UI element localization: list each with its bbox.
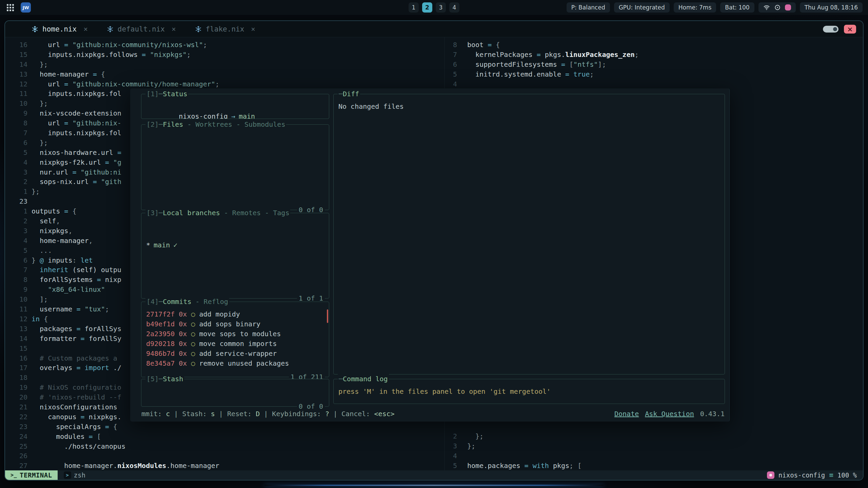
lazygit-branches-panel[interactable]: [3]─Local branches - Remotes - Tags *mai… [141, 213, 329, 299]
repo-name: nixos-config [778, 471, 825, 479]
line-number: 7 [5, 128, 27, 138]
topbar-right: P: BalancedGPU: IntegratedHome: 7msBat: … [567, 2, 863, 13]
code-text: specialArgs = { [32, 422, 117, 432]
topbar: JW 1234 P: BalancedGPU: IntegratedHome: … [0, 0, 868, 15]
tab-flake.nix[interactable]: flake.nix× [195, 21, 255, 37]
logo-badge[interactable]: JW [21, 2, 31, 13]
commit-row[interactable]: b49ef1d0x○add sops binary [146, 319, 325, 329]
statusline-right: nixos-config ≡ 100 % [767, 471, 863, 479]
tab-close-icon[interactable]: × [172, 25, 176, 33]
lazygit-stash-panel[interactable]: [5]─Stash 0 of 0 [141, 379, 329, 407]
line-number: 11 [5, 304, 27, 314]
line-number: 25 [5, 442, 27, 451]
line-number: 13 [5, 69, 27, 79]
code-text: kernelPackages = pkgs.linuxPackages_zen; [467, 50, 639, 60]
line-number: 4 [5, 236, 27, 246]
tab-close-icon[interactable]: × [83, 25, 88, 33]
statusline: >_ TERMINAL > zsh nixos-config ≡ 100 % [5, 470, 863, 480]
lazygit-command-log-panel[interactable]: ─Command log press 'M' in the files pane… [333, 379, 725, 404]
line-number: 3 [5, 226, 27, 236]
line-number: 22 [5, 412, 27, 422]
mode-label: TERMINAL [20, 471, 52, 479]
clock[interactable]: Thu Aug 08, 18:16 [800, 2, 863, 13]
tab-label: default.nix [118, 25, 165, 33]
line-number: 23 [5, 422, 27, 432]
lazygit-left-column: [1]─Status nixos-config→main [2]─Files -… [141, 94, 329, 422]
code-line: 14 }; [5, 60, 444, 69]
code-line: 13 home-manager = { [5, 69, 444, 79]
code-text: inherit (self) outpu [32, 265, 121, 275]
line-number: 21 [5, 402, 27, 412]
line-number: 15 [5, 344, 27, 353]
workspace-button-4[interactable]: 4 [449, 2, 459, 13]
code-text: inputs.nixpkgs.fol [32, 89, 121, 99]
panel-title: [5]─Stash [145, 374, 184, 384]
code-text: # Custom packages a [32, 353, 117, 363]
line-number: 7 [445, 50, 457, 60]
line-number: 10 [5, 99, 27, 108]
code-text: home.packages = with pkgs; [ [467, 461, 581, 470]
branch-row[interactable]: *main✓ [146, 240, 325, 250]
code-text: nixos-hardware.url = [32, 148, 121, 158]
lazygit-files-panel[interactable]: [2]─Files - Worktrees - Submodules 0 of … [141, 124, 329, 210]
line-number: 16 [5, 40, 27, 50]
line-number: 8 [5, 118, 27, 128]
code-text: # 'nixos-rebuild --f [32, 392, 121, 402]
line-number: 5 [5, 246, 27, 256]
commit-row[interactable]: d9202180x○move common imports [146, 339, 325, 349]
line-number: 12 [5, 79, 27, 89]
code-text: home-manager = { [32, 69, 105, 79]
status-module: P: Balanced [567, 2, 610, 13]
lazygit-commits-panel[interactable]: [4]─Commits - Reflog 2717f2f0x○add mopid… [141, 302, 329, 377]
network-icon [763, 4, 770, 11]
wallpaper-glow [264, 485, 604, 486]
repo-label: nixos-config [179, 112, 228, 119]
apps-icon[interactable] [5, 3, 15, 13]
nix-snowflake-icon [107, 26, 114, 33]
line-number: 13 [5, 324, 27, 334]
commits-scrollbar[interactable] [327, 309, 328, 323]
workspace-button-2[interactable]: 2 [422, 2, 432, 13]
code-text: url = "github:nix-community/home-manager… [32, 79, 219, 89]
code-text: ]; [32, 294, 48, 304]
line-number: 4 [445, 79, 457, 89]
lazygit-diff-panel[interactable]: ─Diff No changed files [333, 94, 725, 374]
panel-title: [3]─Local branches - Remotes - Tags [145, 208, 290, 218]
commit-row[interactable]: 2717f2f0x○add mopidy [146, 309, 325, 319]
commit-row[interactable]: 2a239500x○move sops to modules [146, 329, 325, 339]
record-icon [785, 4, 791, 11]
line-number: 5 [445, 69, 457, 79]
files-content [141, 125, 329, 210]
tab-home.nix[interactable]: home.nix× [32, 21, 88, 37]
workspace-button-3[interactable]: 3 [436, 2, 446, 13]
code-text: }; [32, 60, 48, 69]
tab-default.nix[interactable]: default.nix× [107, 21, 176, 37]
code-text: boot = { [467, 40, 500, 50]
commits-list: 2717f2f0x○add mopidyb49ef1d0x○add sops b… [141, 302, 329, 377]
workspace-button-1[interactable]: 1 [409, 2, 419, 13]
donate-link[interactable]: Donate [614, 409, 639, 419]
code-line: 6 supportedFilesystems = ["ntfs"]; [445, 60, 863, 69]
code-text: nixpkgs, [32, 226, 72, 236]
code-text: initrd.systemd.enable = true; [467, 69, 594, 79]
tray-icons[interactable] [758, 2, 796, 13]
code-line: 5 initrd.systemd.enable = true; [445, 69, 863, 79]
line-number: 3 [445, 441, 457, 451]
code-line: 26 [5, 451, 444, 461]
tab-label: flake.nix [206, 25, 244, 33]
code-text: packages = forAllSys [32, 324, 121, 334]
commit-row[interactable]: 9486b7d0x○add service-wrapper [146, 349, 325, 359]
line-number: 27 [5, 461, 27, 470]
mode-indicator: >_ TERMINAL [5, 470, 58, 480]
tab-close-icon[interactable]: × [251, 25, 255, 33]
line-number: 23 [5, 197, 27, 206]
code-text: # NixOS configuratio [32, 383, 121, 392]
ask-question-link[interactable]: Ask Question [645, 409, 694, 419]
code-text: }; [467, 431, 484, 441]
lazygit-status-panel[interactable]: [1]─Status nixos-config→main [141, 94, 329, 119]
window-close-button[interactable]: × [844, 25, 856, 34]
code-text: ./hosts/canopus [32, 442, 125, 451]
window-pill-toggle[interactable] [823, 26, 839, 33]
commit-row[interactable]: 8e345a70x○remove unused packages [146, 359, 325, 368]
code-line: 27 home-manager.nixosModules.home-manage… [5, 461, 444, 470]
